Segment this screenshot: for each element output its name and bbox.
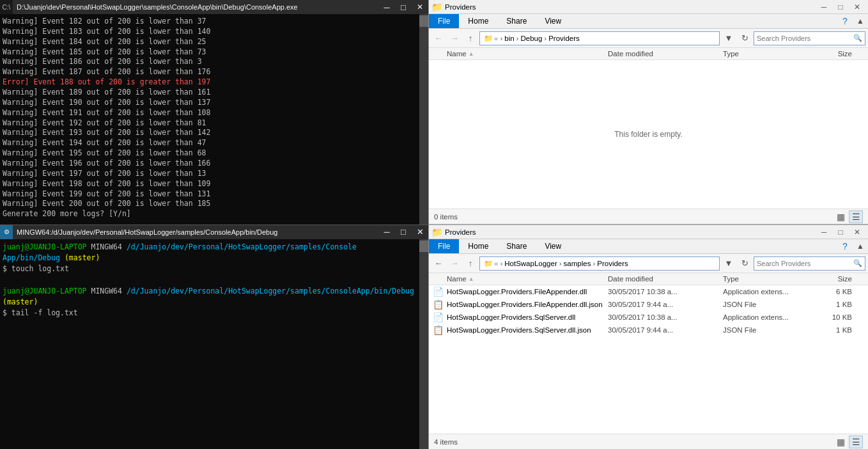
file-row-1[interactable]: 📋 HotSwapLogger.Providers.FileAppender.d… bbox=[429, 298, 868, 311]
terminal-cmd-2: $ tail -f log.txt bbox=[3, 308, 417, 319]
scrollbar-track-2[interactable] bbox=[419, 239, 428, 450]
ribbon-collapse-2[interactable]: ▲ bbox=[853, 239, 868, 253]
view-controls-1: ▦ ☰ bbox=[833, 210, 863, 223]
detail-view-button-2[interactable]: ☰ bbox=[849, 436, 863, 448]
terminal-window-1: C:\ D:\Juanjo\dev\Personal\HotSwapLogger… bbox=[0, 0, 428, 224]
tab-file-2[interactable]: File bbox=[429, 239, 459, 253]
file-type-2: Application extens... bbox=[723, 313, 806, 321]
maximize-button-e1[interactable]: □ bbox=[832, 0, 849, 14]
tab-share-2[interactable]: Share bbox=[497, 239, 536, 253]
address-folder-icon-2: 📁 bbox=[484, 259, 493, 268]
toolbar-2: ← → ↑ 📁 « › HotSwapLogger › samples › Pr… bbox=[429, 254, 868, 273]
help-button-2[interactable]: ? bbox=[837, 239, 853, 253]
minimize-button-2[interactable]: ─ bbox=[378, 225, 395, 239]
tab-home-2[interactable]: Home bbox=[459, 239, 497, 253]
address-debug: Debug bbox=[520, 35, 542, 42]
col-date-1: Date modified bbox=[608, 50, 723, 58]
tab-view-2[interactable]: View bbox=[536, 239, 570, 253]
dropdown-button-1[interactable]: ▼ bbox=[722, 31, 736, 45]
tab-share-1[interactable]: Share bbox=[497, 14, 536, 28]
terminal-content-1: Warning] Event 182 out of 200 is lower t… bbox=[0, 14, 428, 222]
grid-view-button-1[interactable]: ▦ bbox=[833, 210, 848, 223]
terminal-line: juanj@JUANJO-LAPTOP MINGW64 /d/Juanjo/de… bbox=[3, 242, 417, 253]
file-icon-1: 📋 bbox=[429, 299, 447, 310]
file-list-2: 📄 HotSwapLogger.Providers.FileAppender.d… bbox=[429, 285, 868, 434]
file-date-2: 30/05/2017 10:38 a... bbox=[608, 313, 723, 321]
tab-file-1[interactable]: File bbox=[429, 14, 459, 28]
right-panel: 📁 Providers ─ □ ✕ File Home Share View ?… bbox=[429, 0, 868, 449]
folder-icon-1: 📁 bbox=[431, 2, 442, 12]
forward-button-2[interactable]: → bbox=[447, 256, 461, 271]
search-input-2[interactable] bbox=[757, 260, 853, 267]
explorer-win-controls-1: ─ □ ✕ bbox=[816, 0, 865, 14]
scrollbar-thumb[interactable] bbox=[419, 15, 428, 27]
search-box-1[interactable]: 🔍 bbox=[754, 31, 865, 45]
search-box-2[interactable]: 🔍 bbox=[754, 256, 865, 271]
ribbon-collapse-1[interactable]: ▲ bbox=[853, 14, 868, 28]
file-row-0[interactable]: 📄 HotSwapLogger.Providers.FileAppender.d… bbox=[429, 285, 868, 298]
address-bar-1[interactable]: 📁 « › bin › Debug › Providers bbox=[479, 31, 720, 45]
maximize-button-e2[interactable]: □ bbox=[832, 225, 849, 239]
terminal-line: Warning] Event 186 out of 200 is lower t… bbox=[3, 57, 417, 67]
up-button-2[interactable]: ↑ bbox=[463, 256, 477, 271]
tab-home-1[interactable]: Home bbox=[459, 14, 497, 28]
terminal-line: Warning] Event 196 out of 200 is lower t… bbox=[3, 159, 417, 169]
col-header-2: Name ▲ Date modified Type Size bbox=[429, 273, 868, 285]
refresh-button-1[interactable]: ↻ bbox=[738, 31, 752, 45]
dropdown-button-2[interactable]: ▼ bbox=[722, 256, 736, 271]
terminal-line: Warning] Event 199 out of 200 is lower t… bbox=[3, 189, 417, 200]
help-button-1[interactable]: ? bbox=[837, 14, 853, 28]
folder-icon-2: 📁 bbox=[431, 227, 442, 237]
file-row-2[interactable]: 📄 HotSwapLogger.Providers.SqlServer.dll … bbox=[429, 311, 868, 324]
close-button-e2[interactable]: ✕ bbox=[849, 225, 865, 239]
maximize-button[interactable]: □ bbox=[395, 0, 412, 14]
scrollbar-track[interactable] bbox=[419, 14, 428, 224]
col-type-1: Type bbox=[723, 50, 806, 58]
sort-arrow-1: ▲ bbox=[469, 51, 474, 57]
view-controls-2: ▦ ☰ bbox=[833, 436, 863, 448]
explorer-win-controls-2: ─ □ ✕ bbox=[816, 225, 865, 239]
scrollbar-thumb-2[interactable] bbox=[419, 240, 428, 252]
file-icon-2: 📄 bbox=[429, 312, 447, 322]
file-type-0: Application extens... bbox=[723, 288, 806, 295]
col-name-1: Name ▲ bbox=[429, 50, 608, 58]
left-panel: C:\ D:\Juanjo\dev\Personal\HotSwapLogger… bbox=[0, 0, 428, 449]
address-bin: bin bbox=[504, 35, 514, 42]
explorer-window-1: 📁 Providers ─ □ ✕ File Home Share View ?… bbox=[429, 0, 868, 225]
tab-view-1[interactable]: View bbox=[536, 14, 570, 28]
terminal-line: (master) bbox=[3, 297, 417, 308]
file-type-3: JSON File bbox=[723, 326, 806, 334]
col-name-2: Name ▲ bbox=[429, 275, 608, 283]
col-header-1: Name ▲ Date modified Type Size bbox=[429, 48, 868, 60]
address-folder-icon: 📁 bbox=[484, 34, 493, 43]
terminal-title-2: MINGW64:/d/Juanjo/dev/Personal/HotSwapLo… bbox=[13, 228, 378, 236]
prompt-branch-2: (master) bbox=[3, 297, 38, 306]
maximize-button-2[interactable]: □ bbox=[395, 225, 412, 239]
minimize-button-e1[interactable]: ─ bbox=[816, 0, 832, 14]
back-button-2[interactable]: ← bbox=[431, 256, 446, 271]
minimize-button-e2[interactable]: ─ bbox=[816, 225, 832, 239]
status-bar-1: 0 items ▦ ☰ bbox=[429, 209, 868, 224]
minimize-button[interactable]: ─ bbox=[378, 0, 395, 14]
up-button-1[interactable]: ↑ bbox=[463, 31, 477, 45]
back-button-1[interactable]: ← bbox=[431, 31, 446, 45]
search-input-1[interactable] bbox=[757, 35, 853, 42]
terminal-prompt-line: Generate 200 more logs? [Y/n] bbox=[3, 209, 417, 219]
file-row-3[interactable]: 📋 HotSwapLogger.Providers.SqlServer.dll.… bbox=[429, 324, 868, 336]
mingw-icon: ⚙ bbox=[0, 225, 13, 239]
close-button-2[interactable]: ✕ bbox=[412, 225, 428, 239]
close-button-e1[interactable]: ✕ bbox=[849, 0, 865, 14]
terminal-line: Warning] Event 194 out of 200 is lower t… bbox=[3, 138, 417, 148]
address-hotswap: HotSwapLogger bbox=[504, 260, 557, 267]
refresh-button-2[interactable]: ↻ bbox=[738, 256, 752, 271]
terminal-body-1: Warning] Event 182 out of 200 is lower t… bbox=[0, 14, 428, 224]
terminal-line: App/bin/Debug (master) bbox=[3, 253, 417, 264]
forward-button-1[interactable]: → bbox=[447, 31, 461, 45]
close-button[interactable]: ✕ bbox=[412, 0, 428, 14]
detail-view-button-1[interactable]: ☰ bbox=[849, 210, 863, 223]
terminal-body-2: juanj@JUANJO-LAPTOP MINGW64 /d/Juanjo/de… bbox=[0, 239, 428, 450]
grid-view-button-2[interactable]: ▦ bbox=[833, 436, 848, 448]
explorer-window-2: 📁 Providers ─ □ ✕ File Home Share View ?… bbox=[429, 225, 868, 449]
terminal-controls-2: ─ □ ✕ bbox=[378, 225, 428, 239]
address-bar-2[interactable]: 📁 « › HotSwapLogger › samples › Provider… bbox=[479, 256, 720, 271]
